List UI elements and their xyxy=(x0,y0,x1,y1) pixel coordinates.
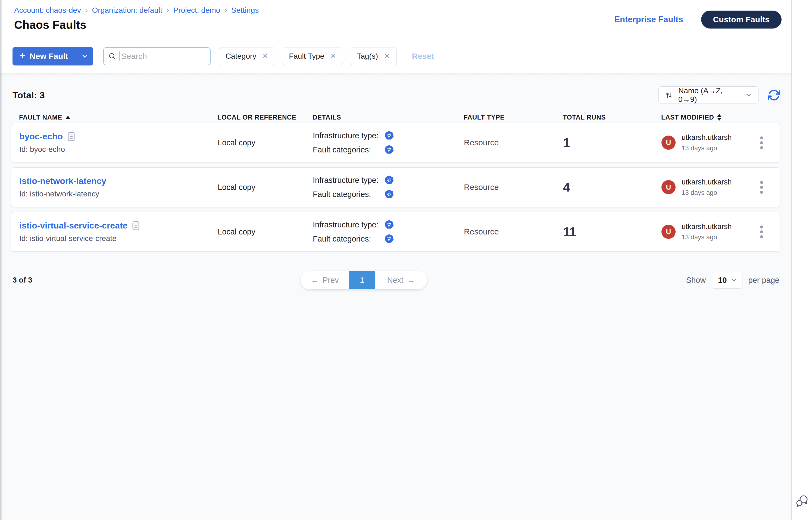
total-runs-value: 1 xyxy=(563,135,661,150)
custom-faults-button[interactable]: Custom Faults xyxy=(701,10,782,28)
table-row: istio-network-latency Id: istio-network-… xyxy=(11,167,780,207)
column-header-fault-name[interactable]: FAULT NAME xyxy=(19,113,218,121)
table-row: byoc-echo Id: byoc-echo Local copy Infra… xyxy=(11,123,780,162)
refresh-button[interactable] xyxy=(768,89,780,101)
description-icon[interactable] xyxy=(132,221,139,230)
search-input[interactable] xyxy=(120,52,206,61)
filter-chips: Category ✕ Fault Type ✕ Tag(s) ✕ xyxy=(219,48,397,65)
infrastructure-type-label: Infrastructure type: xyxy=(313,220,384,229)
page-size-select[interactable]: 10 xyxy=(712,272,742,288)
avatar: U xyxy=(661,225,676,239)
breadcrumb-project[interactable]: Project: demo xyxy=(173,6,220,15)
column-header-total-runs: TOTAL RUNS xyxy=(563,113,661,121)
kubernetes-icon xyxy=(384,145,394,155)
search-box xyxy=(103,47,211,65)
total-runs-value: 11 xyxy=(563,225,661,239)
chevron-down-icon xyxy=(81,52,88,60)
fault-type-value: Resource xyxy=(464,227,563,236)
kubernetes-icon xyxy=(384,219,394,230)
breadcrumb-separator-icon: › xyxy=(167,6,169,15)
page-size-control: Show 10 per page xyxy=(686,271,779,289)
sort-dropdown[interactable]: Name (A→Z, 0→9) xyxy=(658,86,759,104)
breadcrumb-account[interactable]: Account: chaos-dev xyxy=(14,6,81,15)
kubernetes-icon xyxy=(384,234,394,244)
fault-id: Id: istio-network-latency xyxy=(19,190,218,198)
breadcrumb: Account: chaos-dev › Organization: defau… xyxy=(14,6,259,15)
column-header-last-modified[interactable]: LAST MODIFIED xyxy=(661,113,751,121)
infrastructure-type-label: Infrastructure type: xyxy=(313,176,384,185)
new-fault-button[interactable]: + New Fault xyxy=(12,47,76,66)
avatar: U xyxy=(661,135,676,150)
fault-name-link[interactable]: byoc-echo xyxy=(19,131,63,141)
filter-chip-fault-type[interactable]: Fault Type ✕ xyxy=(282,48,343,65)
prev-page-button[interactable]: ← Prev xyxy=(301,271,349,289)
sort-arrows-icon xyxy=(665,91,673,99)
new-fault-label: New Fault xyxy=(30,52,68,61)
row-menu-button[interactable] xyxy=(757,134,766,152)
kubernetes-icon xyxy=(384,189,394,200)
kubernetes-icon xyxy=(384,175,394,185)
breadcrumb-organization[interactable]: Organization: default xyxy=(92,6,162,15)
toolbar: + New Fault Category ✕ Fault Type ✕ T xyxy=(0,39,791,73)
row-menu-button[interactable] xyxy=(757,178,766,197)
local-or-reference-value: Local copy xyxy=(218,183,313,192)
list-controls: Total: 3 Name (A→Z, 0→9) xyxy=(0,73,791,104)
breadcrumb-settings[interactable]: Settings xyxy=(231,6,259,15)
close-icon[interactable]: ✕ xyxy=(330,52,336,60)
modified-by: utkarsh.utkarsh xyxy=(682,178,732,186)
fault-categories-label: Fault categories: xyxy=(313,190,384,199)
infrastructure-type-label: Infrastructure type: xyxy=(313,131,384,140)
filter-chip-tags[interactable]: Tag(s) ✕ xyxy=(350,48,397,65)
modified-at: 13 days ago xyxy=(682,189,732,197)
fault-name-link[interactable]: istio-network-latency xyxy=(19,176,106,186)
right-rail xyxy=(791,0,812,520)
breadcrumb-separator-icon: › xyxy=(85,6,88,15)
column-header-fault-type: FAULT TYPE xyxy=(464,113,563,121)
reset-filters-button[interactable]: Reset xyxy=(412,52,434,61)
chevron-down-icon xyxy=(731,277,737,283)
page-1-button[interactable]: 1 xyxy=(349,271,375,289)
fault-name-link[interactable]: istio-virtual-service-create xyxy=(19,220,127,231)
main-area: Account: chaos-dev › Organization: defau… xyxy=(0,0,791,520)
total-count: Total: 3 xyxy=(12,90,45,101)
header-actions: Enterprise Faults Custom Faults xyxy=(614,0,782,39)
close-icon[interactable]: ✕ xyxy=(262,52,268,60)
sort-asc-icon xyxy=(66,116,70,119)
pagination-bar: 3 of 3 ← Prev 1 Next → Show 10 per page xyxy=(0,271,791,289)
column-header-details: DETAILS xyxy=(312,113,464,121)
modified-at: 13 days ago xyxy=(682,144,732,152)
per-page-label: per page xyxy=(748,276,780,285)
fault-type-value: Resource xyxy=(464,183,563,192)
filter-chip-label: Fault Type xyxy=(289,52,324,60)
table-header-row: FAULT NAME LOCAL OR REFERENCE DETAILS FA… xyxy=(11,112,780,123)
search-icon xyxy=(108,52,116,60)
page-header: Account: chaos-dev › Organization: defau… xyxy=(0,0,791,39)
show-label: Show xyxy=(686,276,706,285)
next-page-button[interactable]: Next → xyxy=(375,271,427,289)
modified-by: utkarsh.utkarsh xyxy=(682,133,732,142)
chat-bubbles-icon xyxy=(795,494,809,509)
sort-label: Name (A→Z, 0→9) xyxy=(678,86,740,104)
close-icon[interactable]: ✕ xyxy=(384,52,390,60)
fault-categories-label: Fault categories: xyxy=(313,145,384,154)
arrow-left-icon: ← xyxy=(311,276,319,285)
page-title: Chaos Faults xyxy=(14,19,86,31)
help-chat-button[interactable] xyxy=(795,494,809,509)
row-menu-button[interactable] xyxy=(757,223,766,241)
table-row: istio-virtual-service-create Id: istio-v… xyxy=(11,212,780,252)
new-fault-dropdown-button[interactable] xyxy=(76,47,93,66)
page-edge-shadow xyxy=(0,0,3,520)
column-header-local-or-reference: LOCAL OR REFERENCE xyxy=(218,113,312,121)
enterprise-faults-link[interactable]: Enterprise Faults xyxy=(614,15,683,24)
fault-categories-label: Fault categories: xyxy=(313,234,384,243)
sort-area: Name (A→Z, 0→9) xyxy=(658,86,780,104)
arrow-right-icon: → xyxy=(407,276,415,285)
filter-chip-category[interactable]: Category ✕ xyxy=(219,48,275,65)
pagination-summary: 3 of 3 xyxy=(12,271,32,289)
sort-both-icon xyxy=(717,114,721,121)
new-fault-split-button: + New Fault xyxy=(12,47,93,66)
fault-type-value: Resource xyxy=(464,138,563,147)
plus-icon: + xyxy=(20,51,25,60)
modified-at: 13 days ago xyxy=(682,233,732,241)
description-icon[interactable] xyxy=(68,132,75,141)
